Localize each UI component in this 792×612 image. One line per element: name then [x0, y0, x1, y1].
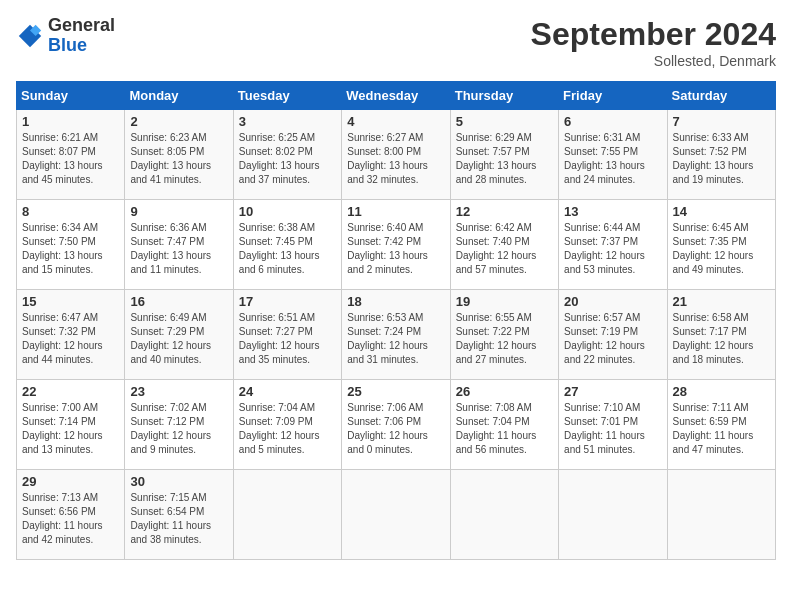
calendar-cell: 2Sunrise: 6:23 AMSunset: 8:05 PMDaylight…: [125, 110, 233, 200]
day-info: Sunrise: 6:44 AMSunset: 7:37 PMDaylight:…: [564, 221, 661, 277]
day-number: 27: [564, 384, 661, 399]
day-info: Sunrise: 6:27 AMSunset: 8:00 PMDaylight:…: [347, 131, 444, 187]
day-number: 14: [673, 204, 770, 219]
day-info: Sunrise: 6:34 AMSunset: 7:50 PMDaylight:…: [22, 221, 119, 277]
day-info: Sunrise: 6:40 AMSunset: 7:42 PMDaylight:…: [347, 221, 444, 277]
week-row-4: 22Sunrise: 7:00 AMSunset: 7:14 PMDayligh…: [17, 380, 776, 470]
calendar-cell: 24Sunrise: 7:04 AMSunset: 7:09 PMDayligh…: [233, 380, 341, 470]
day-number: 21: [673, 294, 770, 309]
calendar-cell: 20Sunrise: 6:57 AMSunset: 7:19 PMDayligh…: [559, 290, 667, 380]
calendar-cell: 14Sunrise: 6:45 AMSunset: 7:35 PMDayligh…: [667, 200, 775, 290]
calendar-header-wednesday: Wednesday: [342, 82, 450, 110]
calendar-cell: 11Sunrise: 6:40 AMSunset: 7:42 PMDayligh…: [342, 200, 450, 290]
day-info: Sunrise: 6:47 AMSunset: 7:32 PMDaylight:…: [22, 311, 119, 367]
day-info: Sunrise: 6:45 AMSunset: 7:35 PMDaylight:…: [673, 221, 770, 277]
day-info: Sunrise: 7:10 AMSunset: 7:01 PMDaylight:…: [564, 401, 661, 457]
day-info: Sunrise: 7:00 AMSunset: 7:14 PMDaylight:…: [22, 401, 119, 457]
calendar-cell: 25Sunrise: 7:06 AMSunset: 7:06 PMDayligh…: [342, 380, 450, 470]
day-info: Sunrise: 6:57 AMSunset: 7:19 PMDaylight:…: [564, 311, 661, 367]
month-title: September 2024: [531, 16, 776, 53]
calendar-cell: 17Sunrise: 6:51 AMSunset: 7:27 PMDayligh…: [233, 290, 341, 380]
week-row-3: 15Sunrise: 6:47 AMSunset: 7:32 PMDayligh…: [17, 290, 776, 380]
calendar-cell: 16Sunrise: 6:49 AMSunset: 7:29 PMDayligh…: [125, 290, 233, 380]
calendar-cell: 15Sunrise: 6:47 AMSunset: 7:32 PMDayligh…: [17, 290, 125, 380]
day-number: 13: [564, 204, 661, 219]
day-number: 15: [22, 294, 119, 309]
calendar-header-row: SundayMondayTuesdayWednesdayThursdayFrid…: [17, 82, 776, 110]
calendar-header-saturday: Saturday: [667, 82, 775, 110]
calendar-cell: 22Sunrise: 7:00 AMSunset: 7:14 PMDayligh…: [17, 380, 125, 470]
day-number: 20: [564, 294, 661, 309]
header: General Blue September 2024 Sollested, D…: [16, 16, 776, 69]
day-number: 8: [22, 204, 119, 219]
day-number: 16: [130, 294, 227, 309]
week-row-2: 8Sunrise: 6:34 AMSunset: 7:50 PMDaylight…: [17, 200, 776, 290]
calendar-cell: 27Sunrise: 7:10 AMSunset: 7:01 PMDayligh…: [559, 380, 667, 470]
calendar-header-sunday: Sunday: [17, 82, 125, 110]
calendar-cell: 7Sunrise: 6:33 AMSunset: 7:52 PMDaylight…: [667, 110, 775, 200]
day-number: 10: [239, 204, 336, 219]
day-info: Sunrise: 7:02 AMSunset: 7:12 PMDaylight:…: [130, 401, 227, 457]
day-number: 25: [347, 384, 444, 399]
calendar-cell: 4Sunrise: 6:27 AMSunset: 8:00 PMDaylight…: [342, 110, 450, 200]
calendar-cell: 18Sunrise: 6:53 AMSunset: 7:24 PMDayligh…: [342, 290, 450, 380]
calendar-cell: 9Sunrise: 6:36 AMSunset: 7:47 PMDaylight…: [125, 200, 233, 290]
day-number: 1: [22, 114, 119, 129]
day-number: 2: [130, 114, 227, 129]
calendar-cell: [450, 470, 558, 560]
day-info: Sunrise: 6:51 AMSunset: 7:27 PMDaylight:…: [239, 311, 336, 367]
calendar-cell: [559, 470, 667, 560]
day-info: Sunrise: 6:23 AMSunset: 8:05 PMDaylight:…: [130, 131, 227, 187]
calendar-body: 1Sunrise: 6:21 AMSunset: 8:07 PMDaylight…: [17, 110, 776, 560]
day-info: Sunrise: 7:06 AMSunset: 7:06 PMDaylight:…: [347, 401, 444, 457]
calendar-cell: 30Sunrise: 7:15 AMSunset: 6:54 PMDayligh…: [125, 470, 233, 560]
calendar-cell: 19Sunrise: 6:55 AMSunset: 7:22 PMDayligh…: [450, 290, 558, 380]
day-number: 18: [347, 294, 444, 309]
calendar-cell: 5Sunrise: 6:29 AMSunset: 7:57 PMDaylight…: [450, 110, 558, 200]
calendar-cell: 28Sunrise: 7:11 AMSunset: 6:59 PMDayligh…: [667, 380, 775, 470]
calendar-cell: [342, 470, 450, 560]
week-row-5: 29Sunrise: 7:13 AMSunset: 6:56 PMDayligh…: [17, 470, 776, 560]
calendar-header-friday: Friday: [559, 82, 667, 110]
day-number: 24: [239, 384, 336, 399]
calendar-header-tuesday: Tuesday: [233, 82, 341, 110]
calendar-cell: [667, 470, 775, 560]
day-info: Sunrise: 7:13 AMSunset: 6:56 PMDaylight:…: [22, 491, 119, 547]
day-info: Sunrise: 6:49 AMSunset: 7:29 PMDaylight:…: [130, 311, 227, 367]
day-info: Sunrise: 7:08 AMSunset: 7:04 PMDaylight:…: [456, 401, 553, 457]
day-number: 23: [130, 384, 227, 399]
title-area: September 2024 Sollested, Denmark: [531, 16, 776, 69]
logo-general-text: General: [48, 15, 115, 35]
day-number: 4: [347, 114, 444, 129]
day-number: 12: [456, 204, 553, 219]
day-info: Sunrise: 6:53 AMSunset: 7:24 PMDaylight:…: [347, 311, 444, 367]
day-number: 19: [456, 294, 553, 309]
day-number: 9: [130, 204, 227, 219]
calendar-cell: 23Sunrise: 7:02 AMSunset: 7:12 PMDayligh…: [125, 380, 233, 470]
day-info: Sunrise: 6:33 AMSunset: 7:52 PMDaylight:…: [673, 131, 770, 187]
day-info: Sunrise: 6:31 AMSunset: 7:55 PMDaylight:…: [564, 131, 661, 187]
calendar-cell: 13Sunrise: 6:44 AMSunset: 7:37 PMDayligh…: [559, 200, 667, 290]
calendar-cell: [233, 470, 341, 560]
day-info: Sunrise: 6:38 AMSunset: 7:45 PMDaylight:…: [239, 221, 336, 277]
day-info: Sunrise: 6:58 AMSunset: 7:17 PMDaylight:…: [673, 311, 770, 367]
calendar-cell: 8Sunrise: 6:34 AMSunset: 7:50 PMDaylight…: [17, 200, 125, 290]
day-info: Sunrise: 7:04 AMSunset: 7:09 PMDaylight:…: [239, 401, 336, 457]
calendar-cell: 21Sunrise: 6:58 AMSunset: 7:17 PMDayligh…: [667, 290, 775, 380]
logo-icon: [16, 22, 44, 50]
day-info: Sunrise: 6:55 AMSunset: 7:22 PMDaylight:…: [456, 311, 553, 367]
day-number: 28: [673, 384, 770, 399]
day-number: 7: [673, 114, 770, 129]
day-number: 26: [456, 384, 553, 399]
calendar-cell: 6Sunrise: 6:31 AMSunset: 7:55 PMDaylight…: [559, 110, 667, 200]
calendar-table: SundayMondayTuesdayWednesdayThursdayFrid…: [16, 81, 776, 560]
day-info: Sunrise: 6:42 AMSunset: 7:40 PMDaylight:…: [456, 221, 553, 277]
logo: General Blue: [16, 16, 115, 56]
calendar-cell: 29Sunrise: 7:13 AMSunset: 6:56 PMDayligh…: [17, 470, 125, 560]
day-number: 5: [456, 114, 553, 129]
day-info: Sunrise: 6:36 AMSunset: 7:47 PMDaylight:…: [130, 221, 227, 277]
calendar-cell: 26Sunrise: 7:08 AMSunset: 7:04 PMDayligh…: [450, 380, 558, 470]
day-info: Sunrise: 6:21 AMSunset: 8:07 PMDaylight:…: [22, 131, 119, 187]
day-info: Sunrise: 6:29 AMSunset: 7:57 PMDaylight:…: [456, 131, 553, 187]
location-subtitle: Sollested, Denmark: [531, 53, 776, 69]
